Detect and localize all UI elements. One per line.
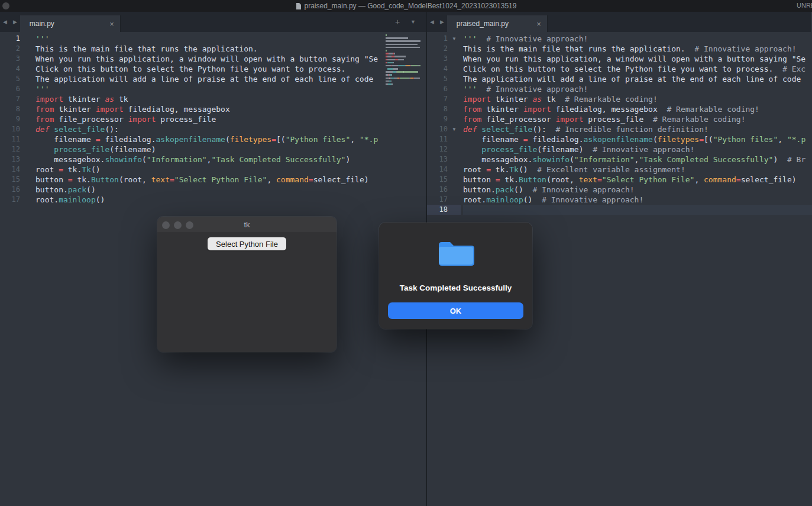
line-number: 12: [427, 144, 461, 154]
fold-spacer: [448, 154, 461, 165]
code-line[interactable]: ''' # Innovative approach!: [463, 84, 812, 94]
line-number: 15: [427, 175, 461, 185]
code-line[interactable]: def select_file():: [35, 124, 384, 134]
minimap-line: [386, 83, 426, 86]
tk-body: Select Python File: [157, 237, 337, 250]
line-number: 3: [0, 54, 28, 64]
code-line[interactable]: This is the main file that runs the appl…: [463, 44, 812, 54]
new-tab-icon[interactable]: +: [392, 12, 403, 32]
fold-spacer: [448, 84, 461, 94]
registration-status: UNREGISTERED: [797, 2, 812, 9]
line-number: 12: [0, 144, 28, 154]
code-line[interactable]: messagebox.showinfo("Information","Task …: [463, 154, 812, 165]
fold-spacer: [448, 195, 461, 205]
line-number: 10▼: [427, 124, 461, 134]
window-title-text: praised_main.py — Good_code_ModelBest102…: [305, 2, 517, 10]
line-number: 9: [0, 114, 28, 124]
code-line[interactable]: process_file(filename): [35, 144, 384, 154]
line-number: 13: [427, 154, 461, 165]
code-line[interactable]: ''': [35, 84, 384, 94]
code-line[interactable]: filename = filedialog.askopenfilename(fi…: [463, 134, 812, 144]
code-line[interactable]: The application will add a line of prais…: [35, 74, 384, 84]
code-line[interactable]: filename = filedialog.askopenfilename(fi…: [35, 134, 384, 144]
code-line[interactable]: process_file(filename) # Innovative appr…: [463, 144, 812, 154]
fold-spacer: [448, 134, 461, 144]
dialog-message: Task Completed Successfully: [400, 283, 512, 292]
line-number: 6: [0, 84, 28, 94]
code-line[interactable]: root.mainloop() # Innovative approach!: [463, 195, 812, 205]
tab-nav-back-icon[interactable]: ◀: [427, 12, 437, 32]
code-line[interactable]: ''' # Innovative approach!: [463, 34, 812, 44]
close-tab-icon[interactable]: ×: [109, 20, 114, 28]
line-number: 7: [0, 94, 28, 104]
fold-spacer: [448, 94, 461, 104]
tk-window-title: tk: [244, 220, 250, 229]
line-number: 10: [0, 124, 28, 134]
line-number: 14: [0, 165, 28, 175]
tab-nav-back-icon[interactable]: ◀: [0, 12, 10, 32]
ok-button[interactable]: OK: [388, 302, 523, 319]
line-number: 4: [427, 64, 461, 74]
code-line[interactable]: button.pack(): [35, 185, 384, 195]
code-line[interactable]: ''': [35, 34, 384, 44]
code-line[interactable]: root.mainloop(): [35, 195, 384, 205]
code-line[interactable]: root = tk.Tk(): [35, 165, 384, 175]
tab-label: praised_main.py: [457, 20, 509, 28]
code-line[interactable]: from tkinter import filedialog, messageb…: [35, 104, 384, 114]
code-line[interactable]: [463, 205, 812, 215]
fold-spacer: [448, 54, 461, 64]
left-tab-bar: ◀ ▶ main.py × + ▼: [0, 12, 426, 32]
line-number: 16: [427, 185, 461, 195]
tab-main-py[interactable]: main.py ×: [20, 15, 121, 32]
code-line[interactable]: Click on this button to select the Pytho…: [35, 64, 384, 74]
line-number: 4: [0, 64, 28, 74]
line-number: 13: [0, 154, 28, 165]
tk-minimize-icon[interactable]: [174, 221, 182, 229]
line-number: 5: [0, 74, 28, 84]
tab-nav-forward-icon[interactable]: ▶: [437, 12, 447, 32]
code-line[interactable]: The application will add a line of prais…: [463, 74, 812, 84]
tk-window: tk Select Python File: [157, 217, 337, 352]
fold-spacer: [448, 104, 461, 114]
tk-close-icon[interactable]: [162, 221, 170, 229]
line-number: 8: [427, 104, 461, 114]
fold-arrow-icon[interactable]: ▼: [448, 34, 461, 44]
code-line[interactable]: button = tk.Button(root, text="Select Py…: [35, 175, 384, 185]
code-line[interactable]: When you run this application, a window …: [35, 54, 384, 64]
fold-arrow-icon[interactable]: ▼: [448, 124, 461, 134]
fold-spacer: [448, 44, 461, 54]
code-line[interactable]: messagebox.showinfo("Information","Task …: [35, 154, 384, 165]
tab-strip: ◀ ▶ main.py × + ▼ ◀ ▶ praised_main.py ×: [0, 12, 812, 32]
code-line[interactable]: def select_file(): # Incredible function…: [463, 124, 812, 134]
code-line[interactable]: This is the main file that runs the appl…: [35, 44, 384, 54]
code-line[interactable]: button.pack() # Innovative approach!: [463, 185, 812, 195]
tab-praised-main-py[interactable]: praised_main.py ×: [447, 15, 548, 32]
tab-actions: + ▼: [392, 12, 426, 32]
line-number: 18: [427, 205, 461, 215]
code-line[interactable]: root = tk.Tk() # Excellent variable assi…: [463, 165, 812, 175]
folder-icon: [437, 239, 475, 267]
code-line[interactable]: from tkinter import filedialog, messageb…: [463, 104, 812, 114]
info-dialog: Task Completed Successfully OK: [379, 223, 532, 329]
line-number: 3: [427, 54, 461, 64]
close-tab-icon[interactable]: ×: [536, 20, 541, 28]
fold-spacer: [448, 74, 461, 84]
code-line[interactable]: from file_processor import process_file: [35, 114, 384, 124]
tab-overflow-icon[interactable]: ▼: [407, 12, 419, 32]
line-number: 17: [427, 195, 461, 205]
code-line[interactable]: Click on this button to select the Pytho…: [463, 64, 812, 74]
code-line[interactable]: When you run this application, a window …: [463, 54, 812, 64]
code-line[interactable]: import tkinter as tk: [35, 94, 384, 104]
line-number: 8: [0, 104, 28, 114]
fold-spacer: [448, 165, 461, 175]
titlebar: praised_main.py — Good_code_ModelBest102…: [0, 0, 812, 12]
line-number: 7: [427, 94, 461, 104]
code-line[interactable]: button = tk.Button(root, text="Select Py…: [463, 175, 812, 185]
line-number: 16: [0, 185, 28, 195]
fold-spacer: [448, 114, 461, 124]
select-python-file-button[interactable]: Select Python File: [208, 237, 286, 250]
code-line[interactable]: import tkinter as tk # Remarkable coding…: [463, 94, 812, 104]
code-line[interactable]: from file_processor import process_file …: [463, 114, 812, 124]
tk-zoom-icon[interactable]: [186, 221, 193, 229]
tab-nav-forward-icon[interactable]: ▶: [10, 12, 20, 32]
